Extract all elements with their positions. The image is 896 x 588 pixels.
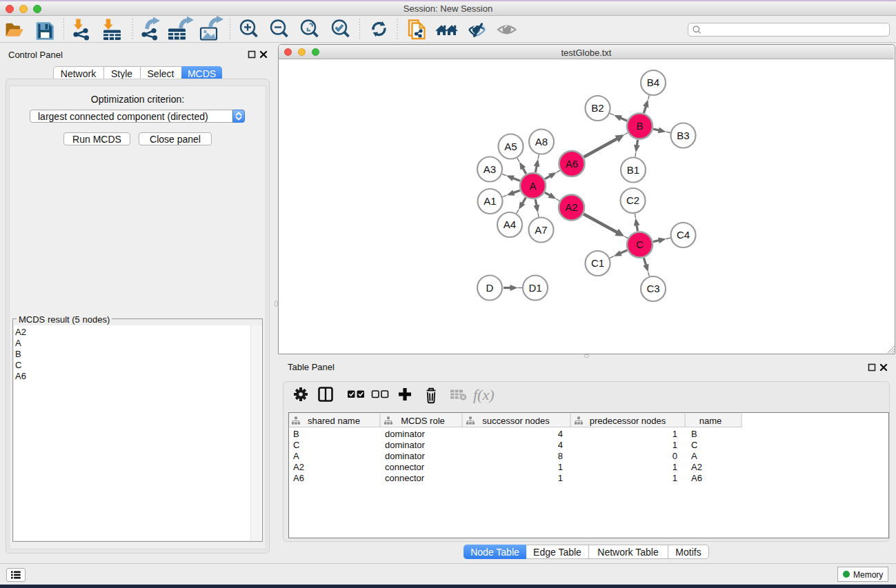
- svg-text:1: 1: [673, 462, 677, 472]
- svg-text:1: 1: [558, 473, 563, 483]
- svg-text:A6: A6: [691, 473, 702, 483]
- svg-text:connector: connector: [385, 462, 425, 472]
- svg-text:1: 1: [673, 429, 677, 439]
- svg-text:shared name: shared name: [308, 416, 360, 426]
- svg-text:A8: A8: [535, 136, 548, 148]
- svg-text:B2: B2: [591, 102, 604, 114]
- svg-text:f(x): f(x): [473, 386, 495, 403]
- svg-text:1: 1: [673, 473, 677, 483]
- svg-text:D1: D1: [528, 282, 541, 294]
- svg-text:A2: A2: [691, 462, 702, 472]
- svg-text:B: B: [293, 429, 299, 439]
- svg-text:A2: A2: [293, 462, 304, 472]
- svg-text:dominator: dominator: [385, 440, 425, 450]
- svg-text:C1: C1: [591, 257, 604, 269]
- svg-text:name: name: [699, 416, 722, 426]
- svg-text:1: 1: [673, 440, 677, 450]
- svg-text:B4: B4: [647, 77, 659, 88]
- svg-text:A: A: [293, 451, 299, 461]
- svg-text:C2: C2: [626, 194, 639, 206]
- svg-text:dominator: dominator: [385, 429, 425, 439]
- svg-text:C3: C3: [646, 283, 659, 294]
- svg-text:B1: B1: [627, 164, 639, 176]
- svg-text:A1: A1: [484, 195, 496, 207]
- svg-text:C: C: [636, 239, 644, 250]
- svg-text:A5: A5: [504, 141, 517, 152]
- svg-text:4: 4: [558, 440, 563, 450]
- svg-text:connector: connector: [385, 473, 425, 483]
- svg-text:4: 4: [558, 429, 563, 439]
- svg-text:successor nodes: successor nodes: [482, 416, 550, 426]
- svg-text:B3: B3: [677, 130, 689, 141]
- svg-text:A3: A3: [484, 163, 496, 175]
- svg-text:1: 1: [558, 462, 563, 472]
- svg-text:predecessor nodes: predecessor nodes: [590, 416, 666, 426]
- svg-text:A6: A6: [566, 158, 578, 170]
- svg-text:A7: A7: [535, 224, 547, 236]
- svg-text:B: B: [636, 120, 643, 132]
- svg-text:C: C: [293, 440, 299, 450]
- svg-text:C4: C4: [677, 229, 690, 241]
- svg-text:A6: A6: [293, 473, 304, 483]
- svg-text:dominator: dominator: [385, 451, 425, 461]
- svg-text:A: A: [691, 451, 697, 461]
- svg-text:MCDS role: MCDS role: [401, 416, 445, 426]
- svg-text:A4: A4: [504, 219, 516, 230]
- svg-text:B: B: [691, 429, 697, 439]
- svg-text:8: 8: [558, 451, 563, 461]
- svg-text:D: D: [486, 282, 494, 294]
- svg-text:A: A: [529, 180, 536, 192]
- svg-text:0: 0: [673, 451, 677, 461]
- svg-text:A2: A2: [565, 201, 577, 213]
- svg-text:C: C: [691, 440, 697, 450]
